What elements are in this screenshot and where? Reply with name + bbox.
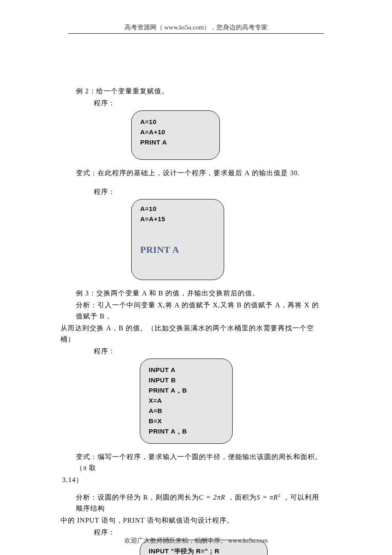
page-footer: 欢迎广大教师踊跃来稿，稿酬丰厚。 www.ks5u.com bbox=[0, 537, 392, 545]
var3-line1: 变式：编写一个程序，要求输入一个圆的半径，便能输出该圆的周长和面积。（π 取 bbox=[76, 451, 324, 474]
footer-text: 欢迎广大教师踊跃来稿，稿酬丰厚。 www.ks5u.com bbox=[124, 537, 268, 544]
code-line: INPUT "半径为 R="；R bbox=[149, 546, 259, 555]
code-line: A=A+10 bbox=[140, 127, 211, 137]
formula-c: C = 2πR bbox=[199, 494, 225, 501]
formula-s: S = πR2 bbox=[257, 494, 281, 501]
code-line: X=A bbox=[149, 396, 224, 406]
ex3-label: 程序： bbox=[94, 346, 324, 357]
code-line: A=10 bbox=[140, 117, 211, 127]
pi-symbol: π bbox=[83, 464, 87, 471]
var2-label: 程序： bbox=[94, 186, 324, 197]
code-line: A=A+15 bbox=[140, 214, 215, 224]
code-line: B=X bbox=[149, 416, 224, 426]
code-clip bbox=[140, 256, 215, 258]
var2-code-box: A=10 A=A+15 PRINT A bbox=[131, 199, 224, 280]
var3-line1-b: 取 bbox=[87, 464, 96, 471]
code-highlight: PRINT A bbox=[140, 245, 215, 255]
var3-line2: 3.14） bbox=[62, 474, 324, 486]
page-header: 高考资源网（ www.ks5u.com），您身边的高考专家 bbox=[0, 0, 392, 34]
code-line: A=10 bbox=[140, 204, 215, 214]
var3-analysis-2: 中的 INPUT 语句，PRINT 语句和赋值语句设计程序。 bbox=[61, 515, 324, 526]
code-line: INPUT A bbox=[149, 365, 224, 375]
content: 例 2：给一个变量重复赋值。 程序： A=10 A=A+10 PRINT A 变… bbox=[0, 34, 392, 555]
var3-an-a: 分析：设圆的半径为 R，则圆的周长为 bbox=[76, 494, 199, 501]
var3-an-b: ，面积为 bbox=[225, 494, 257, 501]
ex2-label: 程序： bbox=[94, 98, 324, 109]
ex3-analysis-2: 从而达到交换 A，B 的值。（比如交换装满水的两个水桶里的水需要再找一个空桶） bbox=[61, 323, 324, 345]
var3-line1-a: 变式：编写一个程序，要求输入一个圆的半径，便能输出该圆的周长和面积。（ bbox=[76, 453, 322, 471]
header-text: 高考资源网（ www.ks5u.com），您身边的高考专家 bbox=[124, 24, 268, 31]
ex3-title: 例 3：交换两个变量 A 和 B 的值，并输出交换前后的值。 bbox=[76, 288, 324, 299]
code-line: PRINT A bbox=[140, 137, 211, 147]
code-line: PRINT A，B bbox=[149, 385, 224, 396]
ex2-code-box: A=10 A=A+10 PRINT A bbox=[131, 110, 220, 160]
ex2-title: 例 2：给一个变量重复赋值。 bbox=[76, 86, 324, 97]
ex3-analysis-1: 分析：引入一个中间变量 X,将 A 的值赋予 X,又将 B 的值赋予 A，再将 … bbox=[76, 300, 324, 322]
code-line: PRINT A，B bbox=[149, 426, 224, 436]
code-line: INPUT B bbox=[149, 375, 224, 385]
code-line: A=B bbox=[149, 406, 224, 416]
var3-analysis-1: 分析：设圆的半径为 R，则圆的周长为C = 2πR ，面积为S = πR2 ，可… bbox=[76, 490, 324, 514]
ex3-code-box: INPUT A INPUT B PRINT A，B X=A A=B B=X PR… bbox=[140, 358, 233, 444]
var2-title: 变式：在此程序的基础上，设计一个程序，要求最后 A 的输出值是 30. bbox=[76, 168, 324, 179]
